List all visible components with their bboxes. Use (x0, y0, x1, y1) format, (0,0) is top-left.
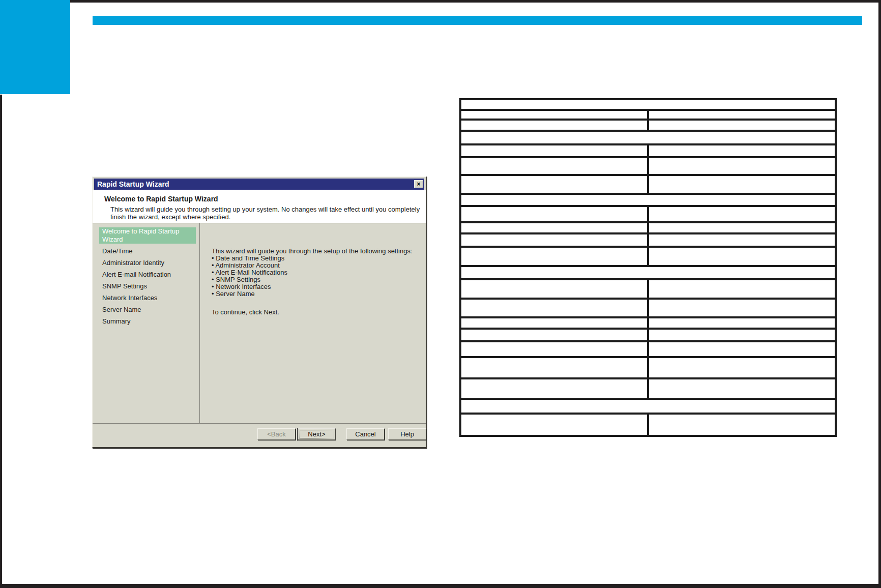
wizard-nav: Welcome to Rapid Startup WizardDate/Time… (93, 223, 200, 423)
header-rule (93, 16, 862, 25)
table-row (460, 222, 836, 233)
table-cell-right (648, 329, 836, 341)
nav-item-summary[interactable]: Summary (99, 317, 134, 326)
nav-item-alert-e-mail-notification[interactable]: Alert E-mail Notification (99, 271, 174, 279)
table-cell-full (460, 99, 836, 110)
table-cell-full (460, 194, 836, 206)
table-cell-left (460, 120, 648, 131)
rapid-startup-wizard-dialog: Rapid Startup Wizard × Welcome to Rapid … (92, 177, 427, 448)
dialog-body: Welcome to Rapid Startup WizardDate/Time… (93, 223, 426, 423)
table-cell-left (460, 299, 648, 317)
table-cell-left (460, 317, 648, 329)
table-cell-right (648, 317, 836, 329)
bullet-item: • Network Interfaces (212, 283, 421, 290)
dialog-titlebar[interactable]: Rapid Startup Wizard × (94, 179, 424, 190)
table-cell-left (460, 279, 648, 299)
table-row (460, 357, 836, 378)
table-cell-left (460, 144, 648, 157)
table-cell-left (460, 341, 648, 357)
table-row (460, 378, 836, 399)
content-instruction: To continue, click Next. (212, 308, 421, 316)
dialog-header: Welcome to Rapid Startup Wizard This wiz… (93, 190, 426, 223)
nav-item-network-interfaces[interactable]: Network Interfaces (99, 294, 160, 302)
table-cell-left (460, 357, 648, 378)
close-button[interactable]: × (414, 180, 423, 188)
table-cell-left (460, 110, 648, 120)
table-row (460, 110, 836, 120)
page-edge-left (0, 95, 2, 588)
page-edge-bottom (0, 584, 881, 588)
nav-item-date-time[interactable]: Date/Time (99, 247, 135, 255)
table-cell-full (460, 266, 836, 279)
page-edge-right (878, 3, 881, 588)
wizard-intro-line2: finish the wizard, except where specifie… (110, 213, 426, 221)
table-row (460, 341, 836, 357)
table-cell-right (648, 120, 836, 131)
nav-item-snmp-settings[interactable]: SNMP Settings (99, 282, 150, 290)
table-cell-right (648, 233, 836, 247)
table-cell-right (648, 157, 836, 175)
table-row (460, 175, 836, 194)
table-row (460, 131, 836, 144)
close-icon: × (417, 181, 420, 188)
table-cell-right (648, 299, 836, 317)
table-row (460, 414, 836, 436)
table-row (460, 233, 836, 247)
table-row (460, 329, 836, 341)
table-cell-left (460, 378, 648, 399)
table-row (460, 317, 836, 329)
bullet-item: • Date and Time Settings (212, 255, 421, 262)
table-cell-left (460, 329, 648, 341)
manual-page: Rapid Startup Wizard × Welcome to Rapid … (0, 0, 881, 588)
corner-accent-block (0, 0, 70, 94)
table-cell-left (460, 222, 648, 233)
table-cell-right (648, 414, 836, 436)
table-row (460, 279, 836, 299)
table-cell-right (648, 378, 836, 399)
table-cell-right (648, 247, 836, 266)
table-row (460, 266, 836, 279)
nav-item-server-name[interactable]: Server Name (99, 306, 144, 314)
table-row (460, 120, 836, 131)
table-row (460, 194, 836, 206)
table-cell-right (648, 206, 836, 222)
table-row (460, 247, 836, 266)
bullet-item: • Administrator Account (212, 262, 421, 269)
settings-bullet-list: • Date and Time Settings• Administrator … (212, 255, 421, 298)
back-button[interactable]: <Back (257, 428, 296, 440)
table-cell-right (648, 357, 836, 378)
table-cell-right (648, 175, 836, 194)
table-cell-right (648, 144, 836, 157)
reference-table (459, 98, 837, 437)
nav-item-welcome-to-rapid-startup-wizard[interactable]: Welcome to Rapid Startup Wizard (99, 227, 196, 244)
cancel-button[interactable]: Cancel (346, 428, 385, 440)
table-cell-left (460, 175, 648, 194)
table-row (460, 206, 836, 222)
table-cell-full (460, 131, 836, 144)
page-edge-top (70, 0, 881, 3)
table-cell-left (460, 247, 648, 266)
next-button[interactable]: Next> (298, 428, 336, 440)
table-cell-left (460, 233, 648, 247)
table-cell-right (648, 222, 836, 233)
bullet-item: • SNMP Settings (212, 276, 421, 283)
table-row (460, 157, 836, 175)
bullet-item: • Alert E-Mail Notifications (212, 269, 421, 276)
dialog-footer: <Back Next> Cancel Help (93, 424, 426, 447)
wizard-content: This wizard will guide you through the s… (200, 223, 426, 423)
wizard-intro-line1: This wizard will guide you through setti… (110, 205, 426, 213)
wizard-heading: Welcome to Rapid Startup Wizard (104, 195, 426, 203)
table-cell-right (648, 110, 836, 120)
table-cell-right (648, 341, 836, 357)
reference-table-body (460, 99, 836, 436)
nav-item-administrator-identity[interactable]: Administrator Identity (99, 259, 167, 267)
content-lead: This wizard will guide you through the s… (212, 247, 421, 255)
table-cell-full (460, 399, 836, 414)
table-cell-left (460, 157, 648, 175)
table-row (460, 399, 836, 414)
table-cell-right (648, 279, 836, 299)
help-button[interactable]: Help (388, 428, 426, 440)
table-cell-left (460, 414, 648, 436)
table-cell-left (460, 206, 648, 222)
dialog-title: Rapid Startup Wizard (97, 180, 169, 188)
